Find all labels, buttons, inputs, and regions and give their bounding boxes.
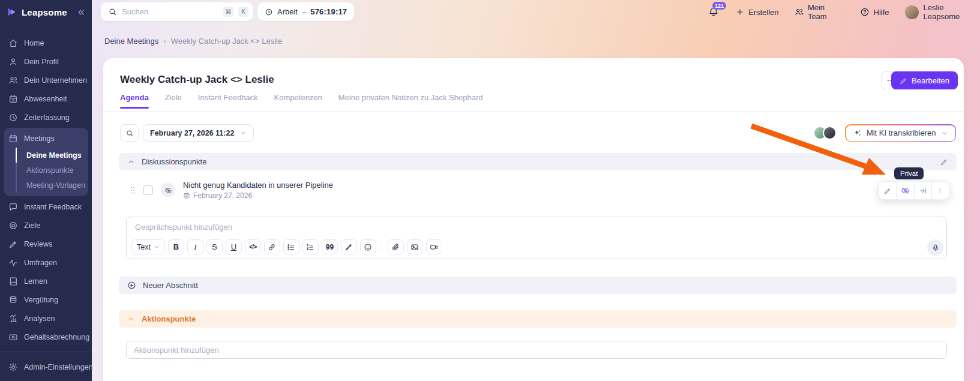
private-item-indicator[interactable] bbox=[161, 183, 175, 197]
user-icon bbox=[8, 57, 18, 67]
time-tracking-widget[interactable]: Arbeit – 576:19:17 bbox=[257, 2, 354, 21]
link-button[interactable] bbox=[264, 239, 280, 254]
discussion-item-text[interactable]: Nicht genug Kandidaten in unserer Pipeli… bbox=[183, 181, 333, 200]
link-icon bbox=[268, 243, 276, 251]
sidebar-item-profil[interactable]: Dein Profil bbox=[0, 52, 92, 71]
create-button[interactable]: Erstellen bbox=[736, 8, 779, 17]
plus-icon bbox=[736, 8, 744, 16]
my-team-label: Mein Team bbox=[808, 3, 844, 21]
sidebar-item-verguetung[interactable]: Vergütung bbox=[0, 290, 92, 309]
tab-private-notizen[interactable]: Meine privaten Notizen zu Jack Shephard bbox=[338, 93, 483, 109]
editor-toolbar: Text B I S U </> 99 bbox=[131, 239, 442, 254]
code-button[interactable]: </> bbox=[245, 239, 261, 254]
sidebar-item-admin-einstellungen[interactable]: Admin-Einstellungen bbox=[0, 358, 92, 376]
sidebar-item-instant-feedback[interactable]: Instant Feedback bbox=[0, 197, 92, 216]
sidebar-subitem-label: Aktionspunkte bbox=[26, 166, 74, 175]
insert-video-button[interactable] bbox=[426, 239, 442, 254]
pencil-icon bbox=[900, 77, 907, 85]
edit-section-button[interactable] bbox=[940, 158, 948, 166]
strikethrough-button[interactable]: S bbox=[206, 239, 223, 254]
chart-icon bbox=[8, 314, 18, 323]
search-agenda-button[interactable] bbox=[120, 124, 139, 142]
sidebar-item-umfragen[interactable]: Umfragen bbox=[0, 253, 92, 272]
sidebar-subitem-deine-meetings[interactable]: Deine Meetings bbox=[17, 148, 88, 163]
notifications-button[interactable]: 121 bbox=[708, 7, 719, 17]
action-item-input-box bbox=[126, 341, 947, 359]
meeting-date-selector[interactable]: February 27, 2026 11:22 bbox=[143, 124, 254, 142]
sidebar-item-label: Home bbox=[24, 39, 44, 47]
discussion-point-input[interactable] bbox=[135, 223, 387, 232]
breadcrumb-separator-icon: › bbox=[163, 37, 166, 46]
drag-handle[interactable] bbox=[130, 185, 136, 195]
quote-button[interactable]: 99 bbox=[322, 239, 338, 254]
sidebar-item-gehaltsabrechnung[interactable]: Gehaltsabrechnung bbox=[0, 328, 92, 346]
tab-agenda[interactable]: Agenda bbox=[120, 93, 149, 109]
discussion-section-header[interactable]: Diskussionspunkte bbox=[119, 153, 957, 170]
item-checkbox[interactable] bbox=[143, 185, 153, 195]
chevron-up-icon bbox=[127, 315, 135, 323]
eye-off-icon bbox=[901, 186, 910, 195]
text-format-dropdown[interactable]: Text bbox=[131, 239, 165, 254]
sidebar-item-analysen[interactable]: Analysen bbox=[0, 309, 92, 328]
agenda-controls-right: Mit KI transkribieren bbox=[813, 124, 956, 142]
sidebar-subitem-label: Meeting-Vorlagen bbox=[26, 181, 85, 190]
sidebar-item-lernen[interactable]: Lernen bbox=[0, 272, 92, 290]
participant-avatars bbox=[813, 126, 837, 140]
participant-avatar[interactable] bbox=[823, 126, 837, 140]
tab-kompetenzen[interactable]: Kompetenzen bbox=[274, 93, 322, 109]
sidebar-collapse-button[interactable] bbox=[77, 8, 86, 17]
attachment-button[interactable] bbox=[388, 239, 404, 254]
sidebar-item-unternehmen[interactable]: Dein Unternehmen bbox=[0, 71, 92, 89]
sidebar-item-reviews[interactable]: Reviews bbox=[0, 235, 92, 253]
new-section-button[interactable]: Neuer Abschnitt bbox=[119, 277, 957, 294]
sidebar-subitem-meeting-vorlagen[interactable]: Meeting-Vorlagen bbox=[17, 178, 88, 193]
action-items-section-header[interactable]: Aktionspunkte bbox=[119, 310, 957, 328]
user-avatar[interactable] bbox=[905, 5, 919, 19]
numbered-list-button[interactable] bbox=[302, 239, 319, 254]
move-item-button[interactable] bbox=[914, 182, 931, 199]
italic-button[interactable]: I bbox=[187, 239, 203, 254]
sidebar-item-zeiterfassung[interactable]: Zeiterfassung bbox=[0, 108, 92, 127]
voice-input-button[interactable] bbox=[927, 239, 943, 256]
sidebar: Leapsome Home Dein Profil Dein Unternehm… bbox=[0, 0, 92, 381]
discussion-point-editor: Text B I S U </> 99 bbox=[126, 217, 947, 259]
highlight-button[interactable] bbox=[341, 239, 357, 254]
sidebar-item-abwesenheit[interactable]: Abwesenheit bbox=[0, 89, 92, 108]
toggle-private-button[interactable] bbox=[896, 182, 913, 199]
emoji-button[interactable] bbox=[360, 239, 376, 254]
calendar-icon bbox=[183, 192, 190, 199]
edit-item-button[interactable] bbox=[879, 182, 896, 199]
image-icon bbox=[410, 243, 419, 251]
search-input[interactable] bbox=[122, 7, 218, 16]
sidebar-item-ziele[interactable]: Ziele bbox=[0, 216, 92, 235]
underline-button[interactable]: U bbox=[226, 239, 242, 254]
meeting-date-label: February 27, 2026 11:22 bbox=[150, 129, 234, 137]
breadcrumb: Deine Meetings › Weekly Catch-up Jack <>… bbox=[104, 37, 282, 46]
pulse-icon bbox=[8, 258, 18, 268]
help-button[interactable]: Hilfe bbox=[860, 7, 889, 17]
tab-instant-feedback[interactable]: Instant Feedback bbox=[198, 93, 258, 109]
sidebar-item-home[interactable]: Home bbox=[0, 34, 92, 52]
bold-button[interactable]: B bbox=[168, 239, 184, 254]
users-icon bbox=[8, 76, 18, 85]
edit-button[interactable]: Bearbeiten bbox=[891, 71, 958, 89]
bullet-list-button[interactable] bbox=[283, 239, 299, 254]
my-team-button[interactable]: Mein Team bbox=[795, 3, 844, 21]
coins-icon bbox=[8, 295, 18, 305]
arrow-bar-right-icon bbox=[919, 187, 927, 195]
user-menu[interactable]: Leslie Leapsome bbox=[924, 3, 980, 21]
text-format-label: Text bbox=[137, 243, 151, 251]
item-more-button[interactable] bbox=[931, 182, 949, 199]
breadcrumb-parent[interactable]: Deine Meetings bbox=[104, 37, 158, 46]
sidebar-item-meetings[interactable]: Meetings bbox=[4, 129, 88, 148]
sidebar-subitem-aktionspunkte[interactable]: Aktionspunkte bbox=[17, 163, 88, 178]
insert-image-button[interactable] bbox=[407, 239, 423, 254]
topbar-right: 121 Erstellen Mein Team Hilfe Leslie Lea… bbox=[708, 0, 980, 24]
numbered-list-icon bbox=[306, 243, 314, 251]
global-search: ⌘ K bbox=[101, 2, 253, 21]
plus-circle-icon bbox=[127, 281, 136, 290]
tab-ziele[interactable]: Ziele bbox=[165, 93, 182, 109]
ai-transcribe-button[interactable]: Mit KI transkribieren bbox=[845, 124, 956, 142]
action-item-input[interactable] bbox=[127, 346, 946, 355]
meeting-detail-card: Weekly Catch-up Jack <> Leslie Bearbeite… bbox=[103, 58, 964, 381]
